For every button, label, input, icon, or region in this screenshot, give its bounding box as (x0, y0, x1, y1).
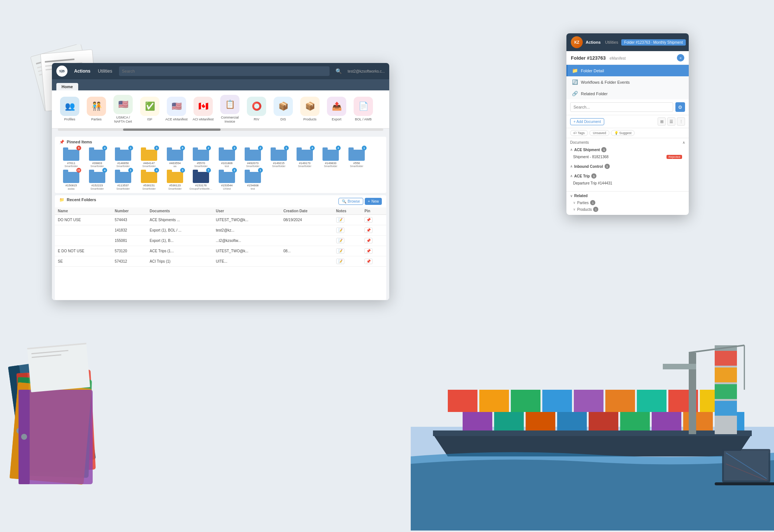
table-row[interactable]: 141832 Export (1), BOL / ... test2@kz...… (55, 225, 386, 235)
cell-notes: 📝 (333, 225, 362, 235)
doc-item[interactable]: Departure Trip #144431 (570, 180, 685, 187)
pinned-folder-556[interactable]: 1 #556 Smartfolder (345, 147, 368, 168)
pinned-folder-153176[interactable]: 7 #153176 GroupsForManifestLittle.xlsx 6… (189, 170, 213, 190)
pinned-folder-7611[interactable]: 9 #7611 Smartfolder (59, 147, 83, 168)
pinned-folder-154608[interactable]: 1 #154608 test (241, 170, 265, 190)
cell-pin: 📌 (361, 256, 386, 266)
panel-nav-folder-detail[interactable]: 📁 Folder Detail (566, 65, 689, 76)
module-icon-bol-/-awb[interactable]: 📄 BOL / AWB (351, 97, 375, 122)
nav-label: Workflows & Folder Events (581, 80, 630, 84)
documents-collapse-icon[interactable]: ∧ (682, 140, 685, 144)
panel-folder-title: Folder #123763 (571, 55, 606, 61)
related-item-parties[interactable]: ∨ Parties 1 (570, 199, 685, 206)
pin-button[interactable]: 📌 (364, 248, 373, 254)
table-row[interactable]: DO NOT USE 574443 ACE Shipments ... UITE… (55, 215, 386, 225)
search-input[interactable] (119, 66, 330, 76)
group-badge: 1 (605, 164, 610, 169)
pinned-folder-5570[interactable]: 2 #5570 Smartfolder (189, 147, 213, 168)
module-icon-export[interactable]: 📤 Export (325, 97, 348, 122)
pinned-folder-146650[interactable]: 1 #146650 Smartfolder (111, 147, 135, 168)
panel-filter-button[interactable]: ⚙ (675, 102, 685, 112)
unsaved-button[interactable]: Unsaved (589, 130, 609, 136)
browse-button[interactable]: 🔍 Browse (338, 198, 363, 205)
doc-label: Departure Trip #144431 (573, 181, 612, 185)
notes-button[interactable]: 📝 (336, 227, 344, 233)
module-icon-products[interactable]: 📦 Products (298, 97, 322, 122)
main-app-window: S|B Actions Utilities 🔍 test2@kzsoftwork… (52, 63, 389, 300)
slider-bar[interactable] (58, 129, 383, 131)
add-document-bar: + Add Document ⊞ ☰ ⋮ (566, 115, 689, 128)
pinned-folder-153544[interactable]: 2 #153544 UXtest (215, 170, 239, 190)
panel-search-input[interactable] (570, 102, 673, 112)
pinned-folder-536123[interactable]: 3 #536123 Smartfolder (163, 170, 187, 190)
suggest-button[interactable]: 💡 Suggest (611, 130, 635, 136)
pinned-folder-536151[interactable]: 4 #536151 Smartfolder (137, 170, 161, 190)
panel-collapse-btn[interactable]: « (677, 54, 684, 61)
svg-rect-52 (715, 351, 737, 366)
icon-circle: 👥 (60, 97, 79, 116)
module-icon-dis[interactable]: 📦 DIS (271, 97, 295, 122)
pinned-folder-463554[interactable]: 6 #463554 aa (163, 147, 187, 168)
utilities-nav-item[interactable]: Utilities (97, 67, 113, 75)
panel-utilities-tab[interactable]: Utilities (605, 40, 618, 44)
module-icon-usmca-/-nafta-cert[interactable]: 🇺🇸 USMCA / NAFTA Cert (111, 95, 135, 124)
doc-group-header[interactable]: ∧ Inbound Control 1 (570, 163, 685, 170)
table-row[interactable]: SE 574312 ACI Trips (1) UITE... 📝 📌 (55, 256, 386, 266)
icon-label: Profiles (64, 117, 75, 122)
module-icon-isf[interactable]: ✅ ISF (138, 97, 162, 122)
related-header[interactable]: ∨ Related (570, 194, 685, 198)
table-row[interactable]: E DO NOT USE 573120 ACE Trips (1... UITE… (55, 246, 386, 256)
pin-button[interactable]: 📌 (364, 259, 373, 264)
panel-nav-related-folder[interactable]: 🔗 Related Folder (566, 88, 689, 99)
more-options-button[interactable]: ⋮ (677, 117, 685, 126)
module-icon-ace-emanifest[interactable]: 🇺🇸 ACE eManifest (165, 97, 188, 122)
pinned-folder-464147[interactable]: 3 #464147 Smartfolder (137, 147, 161, 168)
icon-label: BOL / AWB (355, 117, 372, 122)
module-icon-aci-emanifest[interactable]: 🇨🇦 ACI eManifest (191, 97, 215, 122)
list-view-button[interactable]: ☰ (667, 117, 675, 126)
pinned-folder-39803[interactable]: 4 #39803 Smartfolder (85, 147, 109, 168)
notes-button[interactable]: 📝 (336, 238, 344, 243)
pinned-folder-149173[interactable]: 4 #149173 Smartfolder (293, 147, 317, 168)
related-badge: 1 (590, 200, 595, 205)
pinned-folder-149215[interactable]: 1 #149215 Smartfolder (267, 147, 291, 168)
icon-emoji: ⭕ (252, 102, 262, 111)
icon-emoji: 🇨🇦 (198, 102, 208, 111)
module-icon-riv[interactable]: ⭕ RIV (245, 97, 268, 122)
cell-creation-date (280, 235, 333, 246)
new-folder-button[interactable]: + New (365, 198, 382, 205)
doc-group-ace-shipment: ∧ ACE Shipment 1 Shipment - 81821368 Rej… (570, 146, 685, 160)
add-document-button[interactable]: + Add Document (570, 118, 604, 125)
doc-group-header[interactable]: ∧ ACE Trip 1 (570, 172, 685, 180)
group-name: Inbound Control (574, 164, 603, 169)
module-icon-commercial-invoice[interactable]: 📋 Commercial Invoice (218, 95, 242, 124)
module-icon-parties[interactable]: 🧑‍🤝‍🧑 Parties (85, 97, 108, 122)
home-tab[interactable]: Home (56, 83, 78, 90)
tags-button[interactable]: 🏷 Tags (570, 130, 588, 136)
actions-nav-item[interactable]: Actions (73, 67, 91, 75)
pin-button[interactable]: 📌 (364, 227, 373, 233)
notes-button[interactable]: 📝 (336, 248, 344, 254)
pinned-folder-492073[interactable]: 2 #492073 Smartfolder (241, 147, 265, 168)
notes-button[interactable]: 📝 (336, 217, 344, 223)
pin-button[interactable]: 📌 (364, 217, 373, 223)
pinned-folder-101806[interactable]: 3 #101806 test (215, 147, 239, 168)
svg-rect-53 (715, 368, 737, 382)
pinned-folder-149833[interactable]: 4 #149833 Smartfolder (319, 147, 343, 168)
panel-nav-workflows[interactable]: 🔄 Workflows & Folder Events (566, 76, 689, 88)
content-area: 👥 Profiles 🧑‍🤝‍🧑 Parties 🇺🇸 USMCA / NAFT… (52, 90, 389, 300)
notes-button[interactable]: 📝 (336, 259, 344, 264)
pinned-folder-152223[interactable]: 4 #152223 Smartfolder (85, 170, 109, 190)
related-item-products[interactable]: ∨ Products 1 (570, 206, 685, 213)
module-icon-profiles[interactable]: 👥 Profiles (58, 97, 82, 122)
doc-item[interactable]: Shipment - 81821368 Rejected (570, 153, 685, 160)
panel-actions-tab[interactable]: Actions (586, 40, 601, 44)
doc-group-header[interactable]: ∧ ACE Shipment 1 (570, 146, 685, 153)
pinned-folder-150815[interactable]: 22 #150815 asdas (59, 170, 83, 190)
table-row[interactable]: 155081 Export (1), B... ...t2@kzsoftw...… (55, 235, 386, 246)
grid-view-button[interactable]: ⊞ (658, 117, 666, 126)
pin-button[interactable]: 📌 (364, 238, 373, 243)
pinned-folder-113537[interactable]: 1 #113537 Smartfolder (111, 170, 135, 190)
icon-circle: 📋 (220, 95, 239, 114)
svg-rect-31 (511, 390, 540, 412)
